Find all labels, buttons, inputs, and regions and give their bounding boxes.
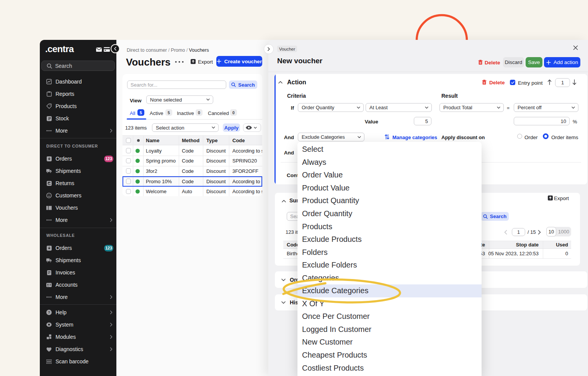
svg-text:?: ? [48,310,50,314]
